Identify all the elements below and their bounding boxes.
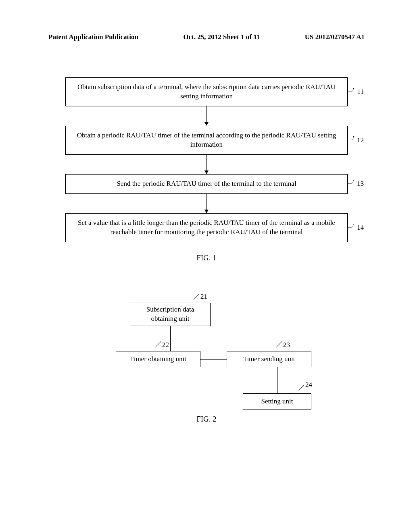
flow-step-number: 11 bbox=[357, 88, 364, 96]
figure-2-block-diagram: 21 Subscription data obtaining unit 22 T… bbox=[94, 295, 319, 407]
flow-step-13: Send the periodic RAU/TAU timer of the t… bbox=[65, 174, 348, 194]
block-number-24: 24 bbox=[305, 381, 312, 389]
block-setting-unit: Setting unit bbox=[243, 393, 311, 409]
header-left: Patent Application Publication bbox=[48, 33, 138, 41]
flow-step-number: 14 bbox=[357, 224, 364, 232]
connector-line bbox=[200, 359, 227, 360]
block-timer-obtaining-unit: Timer obtaining unit bbox=[116, 351, 200, 367]
flow-step-11: Obtain subscription data of a terminal, … bbox=[65, 77, 348, 106]
flow-box: Set a value that is a little longer than… bbox=[65, 213, 348, 242]
label-lead-line bbox=[298, 384, 305, 391]
header-center: Oct. 25, 2012 Sheet 1 of 11 bbox=[183, 33, 260, 41]
flow-box: Obtain a periodic RAU/TAU timer of the t… bbox=[65, 126, 348, 155]
label-connector bbox=[348, 136, 354, 140]
figure-2-caption: FIG. 2 bbox=[196, 415, 217, 424]
block-number-23: 23 bbox=[283, 341, 290, 349]
block-number-22: 22 bbox=[162, 341, 169, 349]
flow-box: Send the periodic RAU/TAU timer of the t… bbox=[65, 174, 348, 194]
connector-line bbox=[277, 367, 277, 393]
block-subscription-data-obtaining-unit: Subscription data obtaining unit bbox=[130, 303, 211, 326]
flow-step-number: 12 bbox=[357, 136, 364, 144]
label-connector bbox=[348, 224, 354, 228]
label-connector bbox=[348, 180, 354, 184]
figure-1-caption: FIG. 1 bbox=[196, 254, 217, 262]
flow-step-number: 13 bbox=[357, 180, 364, 188]
figure-1-flowchart: Obtain subscription data of a terminal, … bbox=[65, 77, 348, 242]
flow-step-14: Set a value that is a little longer than… bbox=[65, 213, 348, 242]
header-right: US 2012/0270547 A1 bbox=[305, 33, 365, 41]
label-connector bbox=[348, 88, 354, 92]
label-lead-line bbox=[276, 341, 282, 347]
arrow-down-icon bbox=[204, 194, 209, 213]
connector-line bbox=[170, 326, 171, 351]
page-content: Obtain subscription data of a terminal, … bbox=[0, 77, 413, 407]
arrow-down-icon bbox=[204, 155, 209, 174]
flow-step-12: Obtain a periodic RAU/TAU timer of the t… bbox=[65, 126, 348, 155]
arrow-down-icon bbox=[204, 106, 209, 126]
label-lead-line bbox=[155, 341, 161, 347]
label-lead-line bbox=[194, 294, 200, 300]
block-number-21: 21 bbox=[200, 293, 207, 301]
flow-box: Obtain subscription data of a terminal, … bbox=[65, 77, 348, 106]
block-timer-sending-unit: Timer sending unit bbox=[227, 351, 311, 367]
page-header: Patent Application Publication Oct. 25, … bbox=[0, 33, 413, 41]
